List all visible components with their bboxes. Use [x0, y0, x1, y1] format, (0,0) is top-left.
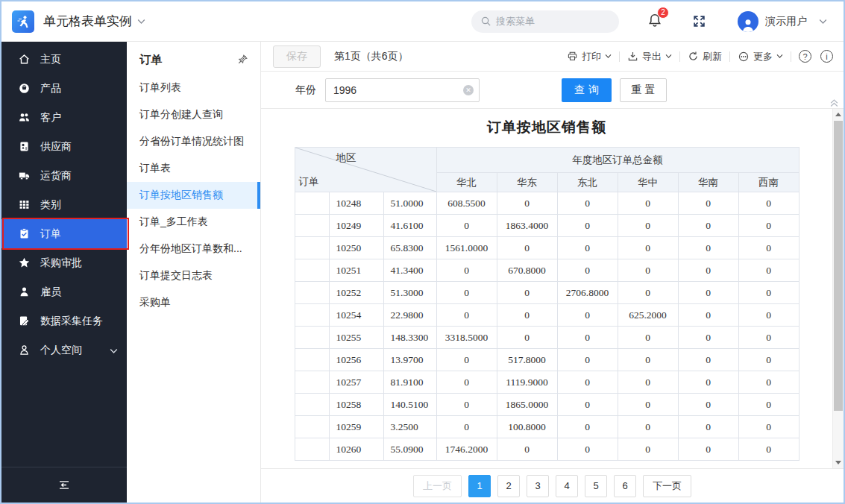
order-id-cell: 10254 [329, 304, 383, 327]
blank-cell [295, 394, 329, 416]
export-button[interactable]: 导出 [627, 50, 672, 63]
pagination-bar: 上一页 123456 下一页 [261, 468, 844, 503]
vertical-scrollbar[interactable] [832, 109, 844, 468]
help-button[interactable]: ? [799, 50, 811, 63]
query-button[interactable]: 查询 [562, 78, 612, 102]
region-value-cell: 0 [738, 394, 799, 416]
save-button[interactable]: 保存 [273, 45, 321, 68]
freight-cell: 148.3300 [383, 327, 436, 349]
group-header-cell: 年度地区订单总金额 [436, 148, 799, 173]
pagination-page-4-button[interactable]: 4 [556, 475, 578, 497]
region-value-cell: 0 [497, 438, 557, 461]
scroll-down-button[interactable] [833, 457, 844, 468]
region-value-cell: 1561.0000 [436, 237, 497, 259]
sidebar-item-categories[interactable]: 类别 [1, 190, 127, 219]
user-menu[interactable]: 演示用户 [738, 11, 827, 32]
user-name: 演示用户 [765, 15, 807, 28]
submenu-item-label: 订单表 [139, 162, 171, 175]
submenu-items: 订单列表订单分创建人查询分省份订单情况统计图订单表订单按地区销售额订单_多工作表… [127, 75, 260, 316]
scrollbar-thumb[interactable] [834, 121, 843, 411]
submenu-item-label: 分省份订单情况统计图 [139, 135, 244, 148]
sidebar-item-purchase-approval[interactable]: 采购审批 [1, 248, 127, 277]
submenu-item-order-sales-by-region[interactable]: 订单按地区销售额 [127, 182, 260, 209]
region-value-cell: 0 [678, 438, 738, 461]
region-value-cell: 0 [436, 259, 497, 282]
collapse-filter-chevrons-icon[interactable] [829, 98, 839, 107]
pagination-page-1-button[interactable]: 1 [468, 475, 491, 497]
clear-year-icon[interactable]: ✕ [463, 85, 474, 95]
sidebar-item-shippers[interactable]: 运货商 [1, 161, 127, 190]
pagination-page-6-button[interactable]: 6 [614, 475, 636, 497]
submenu-item-year-region-orders[interactable]: 分年份地区订单数和... [127, 236, 260, 262]
sidebar-item-label: 产品 [40, 82, 61, 95]
submenu-item-order-list[interactable]: 订单列表 [127, 75, 260, 101]
region-value-cell: 670.8000 [497, 259, 557, 282]
sidebar-item-products[interactable]: 产品 [1, 74, 127, 103]
app-title: 单元格表单实例 [43, 13, 132, 30]
submenu-item-purchase-order[interactable]: 采购单 [127, 289, 260, 316]
sidebar-item-label: 客户 [40, 111, 61, 125]
report-viewport: 订单按地区销售额 地区 订单 年度地区订单总金额 华北 [261, 109, 832, 468]
order-id-cell: 10259 [329, 416, 383, 438]
sidebar-collapse-button[interactable] [1, 467, 127, 503]
region-value-cell: 0 [618, 371, 678, 394]
submenu-item-order-submit-log[interactable]: 订单提交日志表 [127, 262, 260, 289]
submenu-item-order-table[interactable]: 订单表 [127, 155, 260, 182]
region-value-cell: 0 [618, 237, 678, 259]
notifications-button[interactable]: 2 [647, 13, 662, 31]
sidebar-item-home[interactable]: 主页 [1, 45, 127, 74]
app-title-chevron-down-icon[interactable] [137, 19, 145, 25]
sidebar-item-data-collection-tasks[interactable]: 数据采集任务 [1, 306, 127, 336]
table-row: 1025422.9800000625.200000 [295, 304, 799, 327]
region-value-cell: 0 [618, 349, 678, 371]
pagination-prev-button[interactable]: 上一页 [413, 475, 462, 497]
region-value-cell: 0 [618, 394, 678, 416]
region-value-cell: 3318.5000 [436, 327, 497, 349]
blank-cell [295, 259, 329, 282]
refresh-button[interactable]: 刷新 [688, 50, 722, 63]
print-button[interactable]: 打印 [567, 50, 612, 63]
fullscreen-button[interactable] [692, 14, 706, 28]
submenu-item-order-by-creator[interactable]: 订单分创建人查询 [127, 101, 260, 128]
region-value-cell: 1865.0000 [497, 394, 557, 416]
sidebar-item-orders[interactable]: 订单 [1, 219, 127, 248]
submenu-title: 订单 [139, 53, 162, 67]
sidebar-item-suppliers[interactable]: 供应商 [1, 132, 127, 161]
pagination-page-5-button[interactable]: 5 [585, 475, 607, 497]
table-row: 1025613.97000517.80000000 [295, 349, 799, 371]
more-chevron-down-icon [776, 54, 783, 59]
app-logo[interactable] [12, 10, 34, 33]
pagination-page-3-button[interactable]: 3 [527, 475, 549, 497]
region-value-cell: 517.8000 [497, 349, 557, 371]
blank-cell [295, 192, 329, 215]
region-value-cell: 0 [436, 282, 497, 304]
page-number-buttons: 123456 [468, 475, 636, 497]
collapse-sidebar-icon [57, 479, 71, 491]
pagination-page-2-button[interactable]: 2 [497, 475, 520, 497]
sidebar-item-customers[interactable]: 客户 [1, 103, 127, 132]
category-icon [18, 198, 31, 211]
region-value-cell: 2706.8000 [557, 282, 618, 304]
avatar [738, 11, 758, 32]
info-button[interactable]: i [820, 50, 833, 63]
region-value-cell: 0 [436, 349, 497, 371]
blank-cell [295, 282, 329, 304]
refresh-icon [688, 51, 699, 62]
submenu-item-label: 订单按地区销售额 [139, 189, 223, 202]
sidebar-item-label: 个人空间 [40, 344, 82, 357]
sidebar-item-employees[interactable]: 雇员 [1, 277, 127, 306]
submenu-item-order-multi-sheet[interactable]: 订单_多工作表 [127, 209, 260, 236]
sidebar-item-personal-space[interactable]: 个人空间 [1, 336, 127, 365]
search-input[interactable]: 搜索菜单 [471, 10, 619, 33]
export-download-icon [627, 51, 638, 62]
more-button[interactable]: 更多 [738, 50, 783, 63]
scroll-up-button[interactable] [833, 109, 844, 120]
pagination-next-button[interactable]: 下一页 [643, 475, 691, 497]
scrollbar-track[interactable] [833, 120, 844, 457]
unpin-icon[interactable] [236, 54, 248, 66]
reset-button[interactable]: 重置 [620, 78, 667, 102]
submenu-item-province-order-stats[interactable]: 分省份订单情况统计图 [127, 128, 260, 155]
year-input[interactable] [325, 78, 480, 102]
region-value-cell: 0 [678, 259, 738, 282]
freight-cell: 41.3400 [383, 259, 436, 282]
